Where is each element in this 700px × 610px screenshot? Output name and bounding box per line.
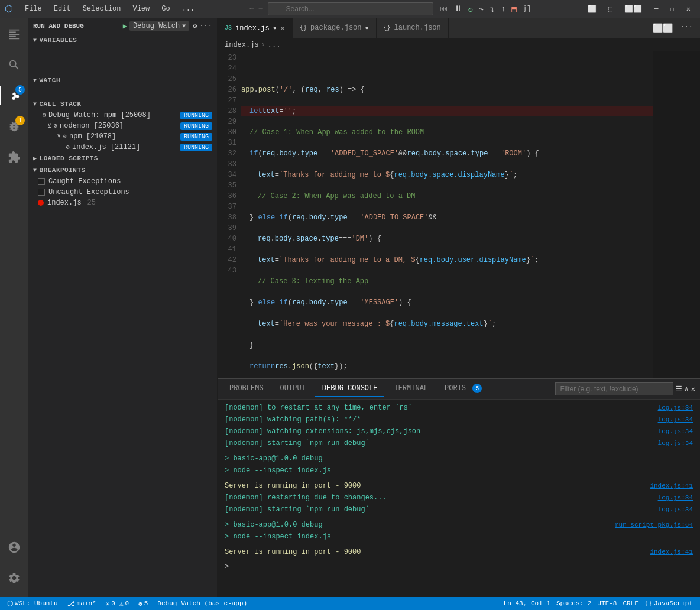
callstack-content: ⚙ Debug Watch: npm [25008] RUNNING ⊻ ⚙ n… [28, 110, 217, 152]
remote-icon: ⬡ [7, 599, 13, 608]
tab-terminal[interactable]: TERMINAL [387, 381, 435, 397]
menu-go[interactable]: Go [157, 4, 174, 14]
console-line: [nodemon] starting `npm run debug` log.j… [218, 437, 700, 449]
activity-bar: 5 1 [0, 18, 28, 597]
debug-pause-icon[interactable]: ⏸ [452, 3, 464, 15]
debug-stop-icon[interactable]: ⬒ [510, 3, 518, 15]
console-source[interactable]: log.js:34 [658, 426, 693, 437]
panel-close-icon[interactable]: ✕ [691, 385, 695, 394]
status-ln-col[interactable]: Ln 43, Col 1 [501, 597, 553, 610]
activity-debug-icon[interactable]: 1 [0, 112, 28, 141]
callstack-item[interactable]: ⊻ ⚙ nodemon [25036] RUNNING [28, 121, 217, 131]
console-prompt[interactable]: > [218, 560, 700, 573]
uncaught-exceptions-checkbox[interactable] [38, 189, 45, 196]
layout3-icon[interactable]: ⬜⬜ [620, 2, 647, 16]
status-wsl[interactable]: ⬡ WSL: Ubuntu [5, 597, 60, 610]
status-debug-session[interactable]: Debug Watch (basic-app) [155, 597, 249, 610]
status-eol[interactable]: CRLF [620, 597, 640, 610]
debug-continue-icon[interactable]: ⏮ [438, 3, 450, 15]
menu-selection[interactable]: Selection [78, 4, 126, 14]
activity-search-icon[interactable] [0, 51, 28, 79]
debug-more-icon[interactable]: ··· [199, 22, 212, 30]
debug-step-out-icon[interactable]: ↑ [499, 3, 507, 15]
menu-view[interactable]: View [128, 4, 154, 14]
activity-account-icon[interactable] [0, 533, 28, 562]
status-spaces[interactable]: Spaces: 2 [554, 597, 594, 610]
callstack-section-header[interactable]: ▼ CALL STACK [28, 98, 217, 110]
breadcrumb-file[interactable]: index.js [225, 41, 259, 49]
activity-extensions-icon[interactable] [0, 143, 28, 171]
variables-section-header[interactable]: ▼ VARIABLES [28, 34, 217, 46]
loaded-scripts-section-header[interactable]: ▶ LOADED SCRIPTS [28, 152, 217, 164]
tab-label: index.js [235, 24, 270, 33]
layout2-icon[interactable]: ⬚ [604, 2, 617, 16]
status-bar: ⬡ WSL: Ubuntu ⎇ main* ✕ 0 ⚠ 0 ⚙ 5 Debug … [0, 597, 700, 610]
minimap [653, 51, 700, 378]
menu-more[interactable]: ... [177, 4, 200, 14]
tab-ports[interactable]: PORTS 5 [438, 380, 489, 398]
run-icon[interactable]: ▶ [123, 22, 127, 31]
tab-label: launch.json [394, 24, 441, 32]
split-editor-icon[interactable]: ⬜⬜ [650, 22, 675, 34]
code-editor[interactable]: 23 24 25 26 27 28 29 30 31 32 33 34 35 3… [218, 51, 700, 378]
more-tabs-icon[interactable]: ··· [678, 22, 695, 34]
debug-step-into-icon[interactable]: ↴ [488, 3, 496, 15]
debug-session-label: Debug Watch (basic-app) [157, 600, 247, 607]
breakpoints-section-header[interactable]: ▼ BREAKPOINTS [28, 164, 217, 176]
nav-back-icon[interactable]: ← [249, 5, 254, 13]
console-source[interactable]: log.js:34 [658, 504, 693, 515]
console-source[interactable]: log.js:34 [658, 438, 693, 449]
console-source[interactable]: log.js:34 [658, 414, 693, 425]
callstack-item[interactable]: ⚙ Debug Watch: npm [25008] RUNNING [28, 110, 217, 121]
menu-file[interactable]: File [20, 4, 47, 14]
status-encoding[interactable]: UTF-8 [595, 597, 619, 610]
console-source[interactable]: log.js:34 [658, 492, 693, 503]
minimize-icon[interactable]: — [649, 2, 663, 16]
tab-launchjson[interactable]: {} launch.json [377, 18, 449, 38]
maximize-icon[interactable]: ☐ [666, 2, 679, 16]
status-language[interactable]: {} JavaScript [642, 597, 695, 610]
filter-list-icon[interactable]: ☰ [676, 385, 682, 394]
panel-expand-icon[interactable]: ∧ [685, 385, 689, 394]
watch-section-header[interactable]: ▼ WATCH [28, 74, 217, 86]
status-branch[interactable]: ⎇ main* [65, 597, 99, 610]
console-line: > node --inspect index.js [218, 531, 700, 543]
caught-exceptions-checkbox[interactable] [38, 178, 45, 185]
breakpoint-line-num: 25 [88, 199, 96, 207]
close-icon[interactable]: ✕ [682, 2, 695, 16]
watch-label: WATCH [40, 77, 61, 84]
tab-close-icon[interactable]: ✕ [280, 23, 285, 33]
activity-settings-icon[interactable] [0, 564, 28, 592]
console-source[interactable]: run-script-pkg.js:64 [615, 520, 693, 530]
tab-debug-console[interactable]: DEBUG CONSOLE [315, 381, 385, 397]
debug-settings-icon[interactable]: ⚙ [193, 22, 197, 31]
indexjs-breakpoint-item[interactable]: index.js 25 [28, 197, 217, 208]
status-errors[interactable]: ✕ 0 ⚠ 0 [103, 597, 131, 610]
console-line: Server is running in port - 9000 index.j… [218, 480, 700, 492]
debug-config-selector[interactable]: Debug Watch ▼ [129, 21, 189, 31]
activity-source-control-icon[interactable]: 5 [0, 82, 28, 110]
tab-packagejson[interactable]: {} package.json ● [293, 18, 376, 38]
status-debug-count[interactable]: ⚙ 5 [136, 597, 150, 610]
debug-restart-icon[interactable]: ↻ [466, 3, 475, 15]
console-source[interactable]: log.js:34 [658, 403, 693, 413]
tab-problems[interactable]: PROBLEMS [222, 381, 271, 397]
nav-forward-icon[interactable]: → [258, 5, 262, 13]
layout-icon[interactable]: ⬜ [583, 2, 601, 16]
loaded-scripts-arrow-icon: ▶ [33, 155, 37, 162]
breadcrumb-more[interactable]: ... [268, 41, 281, 49]
caught-exceptions-item[interactable]: Caught Exceptions [28, 176, 217, 187]
debug-step-over-icon[interactable]: ↷ [477, 3, 485, 15]
tab-indexjs[interactable]: JS index.js ● ✕ [218, 18, 293, 38]
activity-explorer-icon[interactable] [0, 20, 28, 48]
menu-edit[interactable]: Edit [49, 4, 76, 14]
callstack-item[interactable]: ⊻ ⚙ npm [21078] RUNNING [28, 131, 217, 142]
filter-input[interactable] [555, 382, 673, 395]
panel-area: PROBLEMS OUTPUT DEBUG CONSOLE TERMINAL P… [218, 378, 700, 597]
console-source[interactable]: index.js:41 [650, 547, 693, 557]
tab-output[interactable]: OUTPUT [273, 381, 313, 397]
callstack-item[interactable]: ⚙ index.js [21121] RUNNING [28, 142, 217, 152]
uncaught-exceptions-item[interactable]: Uncaught Exceptions [28, 187, 217, 197]
console-source[interactable]: index.js:41 [650, 481, 693, 491]
command-search-input[interactable] [268, 2, 433, 15]
